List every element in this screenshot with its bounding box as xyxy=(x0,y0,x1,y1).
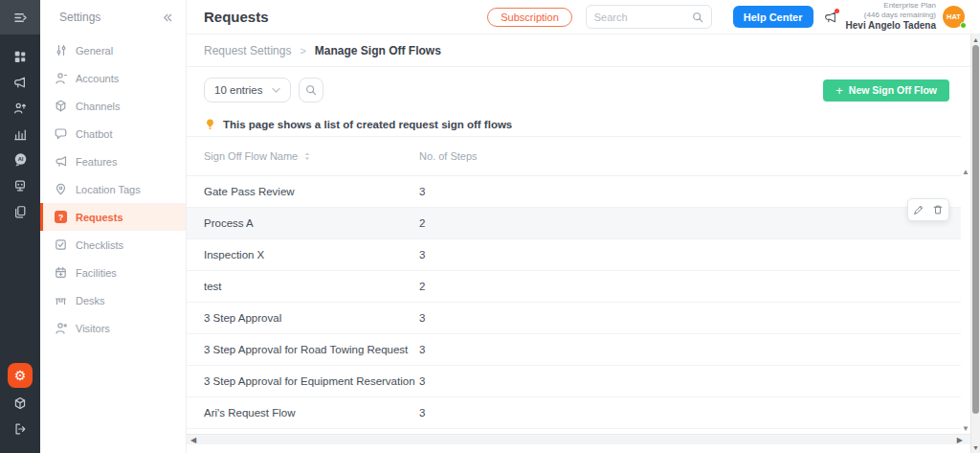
sidebar-item-checklists[interactable]: Checklists xyxy=(40,231,186,259)
collapse-sidebar-icon[interactable] xyxy=(161,11,173,24)
flow-name: test xyxy=(204,281,222,292)
rail-item-clipboard[interactable] xyxy=(0,198,40,224)
sidebar-item-label: General xyxy=(76,45,113,57)
settings-sidebar: Settings General Accounts Channels Chatb… xyxy=(40,0,187,453)
sort-icon[interactable] xyxy=(303,151,311,162)
breadcrumb-separator: > xyxy=(300,45,305,57)
table-row[interactable]: 3 Step Approval for Road Towing Request … xyxy=(187,334,961,366)
settings-button-active[interactable]: ⚙ xyxy=(8,363,33,388)
page-title: Requests xyxy=(204,9,269,25)
sidebar-item-general[interactable]: General xyxy=(40,36,186,64)
breadcrumb-parent[interactable]: Request Settings xyxy=(204,44,291,57)
sidebar-item-location-tags[interactable]: Location Tags xyxy=(40,175,186,203)
sidebar-item-label: Location Tags xyxy=(76,184,141,195)
vertical-scrollbar[interactable]: ▲ ▼ xyxy=(970,34,980,453)
sidebar-item-label: Channels xyxy=(76,101,120,112)
sidebar-title: Settings xyxy=(59,11,100,24)
rail-item-analytics[interactable] xyxy=(0,121,40,147)
sidebar-item-desks[interactable]: Desks xyxy=(40,286,186,314)
rail-item-dashboard[interactable] xyxy=(0,43,40,69)
svg-text:AI: AI xyxy=(17,156,23,162)
edit-icon[interactable] xyxy=(913,204,924,215)
info-note: This page shows a list of created reques… xyxy=(187,118,980,131)
flow-name: 3 Step Approval for Equipment Reservatio… xyxy=(204,375,415,387)
rail-item-ai-assistant[interactable]: AI xyxy=(0,147,40,172)
table-row[interactable]: test 2 xyxy=(187,271,961,303)
table-row[interactable]: 3 Step Approval 3 xyxy=(187,303,961,334)
flow-steps: 3 xyxy=(419,249,425,260)
scroll-left-arrow-icon[interactable]: ◀ xyxy=(190,436,196,444)
scrollbar-thumb[interactable] xyxy=(972,45,979,414)
sidebar-item-label: Chatbot xyxy=(76,128,113,140)
announcements-button[interactable] xyxy=(824,11,837,24)
flow-steps: 2 xyxy=(419,217,425,229)
new-sign-off-flow-button[interactable]: + New Sign Off Flow xyxy=(823,79,949,102)
gear-icon: ⚙ xyxy=(14,368,27,383)
plan-info: Enterprise Plan (446 days remaining) Hev… xyxy=(846,1,936,33)
checklist-icon xyxy=(55,238,67,251)
subscription-button[interactable]: Subscription xyxy=(487,8,572,27)
global-search xyxy=(586,5,712,29)
rail-item-leaderboard[interactable] xyxy=(0,95,40,121)
flow-name: Gate Pass Review xyxy=(204,186,295,197)
info-note-text: This page shows a list of created reques… xyxy=(223,119,512,130)
flow-name: 3 Step Approval xyxy=(204,312,281,324)
scroll-right-arrow-icon[interactable]: ▶ xyxy=(957,436,963,444)
visitor-icon xyxy=(55,322,67,334)
row-hover-actions xyxy=(907,198,949,221)
delete-icon[interactable] xyxy=(932,204,944,215)
location-pin-icon xyxy=(55,183,67,195)
rail-item-logout[interactable] xyxy=(13,422,27,440)
search-icon xyxy=(305,84,317,96)
column-header-steps: No. of Steps xyxy=(419,150,478,162)
megaphone-icon xyxy=(13,76,27,89)
horizontal-scrollbar[interactable]: ◀ ▶ xyxy=(187,434,970,444)
table-row[interactable]: Gate Pass Review 3 xyxy=(187,176,961,208)
entries-per-page-select[interactable]: 10 entries xyxy=(204,78,291,102)
flow-name: 3 Step Approval for Road Towing Request xyxy=(204,344,408,355)
sidebar-item-features[interactable]: Features xyxy=(40,147,186,175)
leaderboard-icon xyxy=(13,102,27,115)
rail-item-announcements[interactable] xyxy=(0,69,40,95)
breadcrumb: Request Settings > Manage Sign Off Flows xyxy=(187,34,980,67)
flow-name: Ari's Request Flow xyxy=(204,407,296,419)
sidebar-toggle-icon xyxy=(13,11,28,25)
table-row[interactable]: 3 Step Approval for Equipment Reservatio… xyxy=(187,366,961,397)
plus-icon: + xyxy=(835,83,843,98)
ai-assistant-icon: AI xyxy=(13,152,28,167)
sign-off-flows-table: Sign Off Flow Name No. of Steps Gate Pas… xyxy=(187,136,961,429)
search-input[interactable] xyxy=(594,11,686,23)
table-scroll-up-arrow-icon[interactable]: ▲ xyxy=(962,169,969,176)
sidebar-item-label: Facilities xyxy=(76,267,117,279)
sidebar-item-channels[interactable]: Channels xyxy=(40,92,186,120)
sidebar-item-requests[interactable]: ? Requests xyxy=(40,203,186,231)
app-window: AI ⚙ Settings Gene xyxy=(0,0,980,453)
flow-steps: 2 xyxy=(419,281,425,292)
sidebar-item-visitors[interactable]: Visitors xyxy=(40,314,186,342)
search-icon xyxy=(692,11,703,23)
table-search-button[interactable] xyxy=(299,78,323,102)
page-scroll-down-arrow-icon[interactable]: ▼ xyxy=(972,444,979,451)
avatar[interactable]: HAT xyxy=(943,6,965,28)
sidebar-item-facilities[interactable]: Facilities xyxy=(40,259,186,286)
page-scroll-up-arrow-icon[interactable]: ▲ xyxy=(972,36,979,43)
table-row[interactable]: Process A 2 xyxy=(187,208,961,239)
person-icon xyxy=(55,72,67,84)
rail-item-kiosk[interactable] xyxy=(0,172,40,198)
megaphone-icon xyxy=(55,155,67,168)
topbar: Requests Subscription Help Center Enterp… xyxy=(187,0,980,34)
chevron-down-icon xyxy=(272,87,280,94)
presence-dot xyxy=(960,22,967,29)
help-center-button[interactable]: Help Center xyxy=(733,6,813,28)
table-scroll-down-arrow-icon[interactable]: ▼ xyxy=(962,425,969,433)
sidebar-item-label: Features xyxy=(76,156,117,168)
bulb-icon xyxy=(204,118,216,131)
clipboard-icon xyxy=(13,205,27,218)
sidebar-item-chatbot[interactable]: Chatbot xyxy=(40,120,186,147)
sidebar-toggle-button[interactable] xyxy=(0,0,40,34)
sidebar-item-accounts[interactable]: Accounts xyxy=(40,64,186,92)
table-row[interactable]: Ari's Request Flow 3 xyxy=(187,397,961,429)
table-row[interactable]: Inspection X 3 xyxy=(187,239,961,271)
rail-item-integrations[interactable] xyxy=(13,396,27,414)
user-name: Hevi Angelo Tadena xyxy=(846,20,936,33)
